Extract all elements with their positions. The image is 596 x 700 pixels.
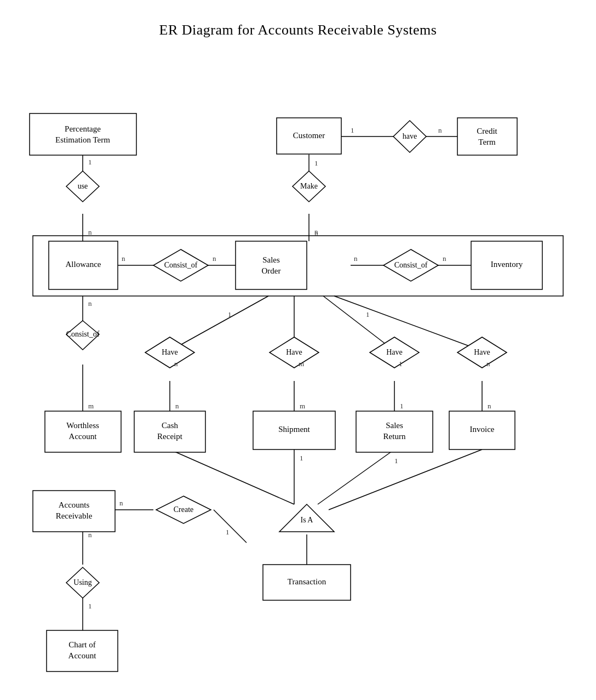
svg-text:Accounts: Accounts bbox=[59, 500, 90, 509]
svg-text:1: 1 bbox=[366, 310, 370, 318]
svg-text:Estimation Term: Estimation Term bbox=[55, 135, 110, 144]
relation-make: Make bbox=[293, 171, 325, 202]
relation-have-shipment: Have bbox=[270, 337, 319, 368]
svg-text:1: 1 bbox=[400, 402, 404, 410]
relation-have-sales-return: Have bbox=[370, 337, 419, 368]
svg-text:n: n bbox=[314, 229, 318, 237]
svg-text:Transaction: Transaction bbox=[288, 577, 326, 586]
svg-text:1: 1 bbox=[300, 454, 303, 462]
svg-line-28 bbox=[323, 296, 394, 351]
entity-accounts-receivable: Accounts Receivable bbox=[33, 491, 115, 532]
svg-text:1: 1 bbox=[226, 528, 230, 536]
svg-text:Make: Make bbox=[300, 182, 318, 190]
relation-have-invoice: Have bbox=[457, 337, 507, 368]
svg-rect-59 bbox=[457, 118, 517, 155]
entity-shipment: Shipment bbox=[253, 411, 335, 449]
svg-text:Account: Account bbox=[68, 651, 97, 660]
svg-text:Consist_of: Consist_of bbox=[66, 330, 100, 338]
svg-text:1: 1 bbox=[228, 310, 232, 318]
svg-text:Have: Have bbox=[474, 348, 490, 356]
svg-text:Return: Return bbox=[383, 432, 406, 441]
svg-text:Consist_of: Consist_of bbox=[394, 261, 428, 269]
entity-invoice: Invoice bbox=[449, 411, 515, 449]
svg-text:1: 1 bbox=[88, 158, 92, 166]
svg-text:Is A: Is A bbox=[301, 516, 314, 524]
diagram-container: ER Diagram for Accounts Receivable Syste… bbox=[0, 0, 596, 700]
svg-text:Have: Have bbox=[386, 348, 403, 356]
svg-text:Term: Term bbox=[478, 138, 496, 146]
svg-text:n: n bbox=[488, 402, 491, 410]
svg-text:have: have bbox=[403, 132, 417, 140]
svg-line-30 bbox=[334, 296, 482, 351]
svg-text:Receipt: Receipt bbox=[157, 432, 183, 441]
svg-text:n: n bbox=[88, 228, 92, 236]
svg-text:1: 1 bbox=[88, 602, 92, 610]
entity-worthless-account: Worthless Account bbox=[45, 411, 121, 452]
svg-text:n: n bbox=[438, 126, 442, 134]
svg-line-42 bbox=[318, 449, 394, 504]
svg-text:Receivable: Receivable bbox=[56, 511, 93, 520]
relation-create: Create bbox=[156, 496, 211, 523]
svg-text:n: n bbox=[354, 254, 358, 263]
svg-text:Sales: Sales bbox=[262, 255, 280, 264]
relation-is-a: Is A bbox=[279, 504, 334, 532]
svg-text:m: m bbox=[299, 360, 304, 368]
entity-chart-of-account: Chart of Account bbox=[47, 630, 118, 671]
entity-allowance: Allowance bbox=[49, 241, 118, 289]
svg-text:Have: Have bbox=[286, 348, 302, 356]
entity-sales-order: Sales Order bbox=[236, 241, 307, 289]
svg-text:Chart of: Chart of bbox=[68, 640, 96, 649]
relation-consist-of-worthless: Consist_of bbox=[66, 321, 100, 350]
svg-text:n: n bbox=[486, 360, 490, 368]
svg-line-48 bbox=[214, 510, 247, 543]
svg-text:n: n bbox=[119, 499, 123, 507]
entity-sales-return: Sales Return bbox=[356, 411, 433, 452]
entity-cash-receipt: Cash Receipt bbox=[134, 411, 205, 452]
svg-text:n: n bbox=[443, 254, 446, 263]
svg-rect-54 bbox=[30, 113, 136, 155]
entity-customer: Customer bbox=[277, 118, 341, 154]
relation-have-cash: Have bbox=[145, 337, 194, 368]
svg-text:Customer: Customer bbox=[293, 131, 325, 140]
svg-text:Have: Have bbox=[162, 348, 178, 356]
svg-text:n: n bbox=[88, 299, 92, 308]
svg-text:Consist_of: Consist_of bbox=[164, 261, 198, 269]
svg-text:1: 1 bbox=[394, 457, 398, 465]
svg-text:Order: Order bbox=[262, 266, 281, 275]
entity-credit-term: Credit Term bbox=[457, 118, 517, 155]
relation-using: Using bbox=[66, 567, 99, 598]
svg-text:Credit: Credit bbox=[477, 127, 497, 135]
svg-text:1: 1 bbox=[314, 159, 318, 167]
svg-text:n: n bbox=[175, 402, 179, 410]
svg-text:1: 1 bbox=[351, 126, 354, 134]
relation-use: use bbox=[66, 171, 99, 202]
svg-text:n: n bbox=[213, 254, 216, 263]
svg-text:Allowance: Allowance bbox=[66, 260, 101, 269]
relation-have-customer-credit: have bbox=[393, 121, 426, 152]
svg-text:Invoice: Invoice bbox=[470, 425, 495, 434]
svg-text:use: use bbox=[78, 182, 88, 190]
svg-text:Worthless: Worthless bbox=[66, 421, 99, 430]
svg-text:n: n bbox=[174, 360, 178, 368]
relation-consist-of-inventory: Consist_of bbox=[383, 249, 438, 281]
entity-percentage-estimation-term: Percentage Estimation Term bbox=[30, 113, 136, 155]
svg-text:Shipment: Shipment bbox=[278, 425, 310, 434]
svg-text:Sales: Sales bbox=[386, 421, 403, 430]
svg-text:Create: Create bbox=[174, 505, 194, 514]
svg-text:m: m bbox=[300, 402, 305, 410]
svg-text:m: m bbox=[88, 402, 94, 410]
entity-inventory: Inventory bbox=[471, 241, 542, 289]
svg-text:n: n bbox=[122, 254, 125, 263]
svg-text:Account: Account bbox=[69, 432, 98, 441]
svg-text:Inventory: Inventory bbox=[491, 260, 523, 269]
svg-line-25 bbox=[170, 296, 268, 351]
relation-consist-of-allowance: Consist_of bbox=[153, 249, 208, 281]
svg-text:Using: Using bbox=[73, 578, 91, 587]
entity-transaction: Transaction bbox=[263, 565, 351, 600]
svg-rect-72 bbox=[236, 241, 307, 289]
svg-text:Percentage: Percentage bbox=[65, 124, 101, 133]
svg-text:1: 1 bbox=[399, 360, 403, 368]
svg-text:Cash: Cash bbox=[162, 421, 179, 430]
svg-line-39 bbox=[170, 449, 294, 504]
